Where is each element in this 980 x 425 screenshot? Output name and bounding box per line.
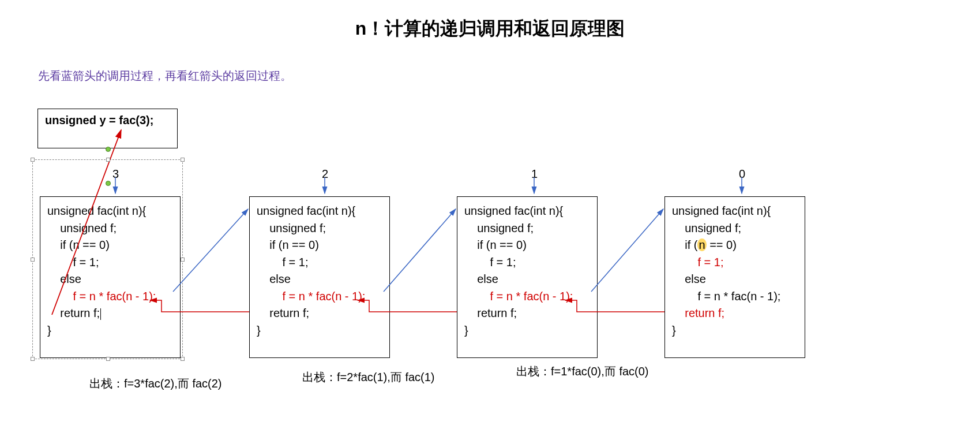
code-line: else (464, 271, 590, 288)
diagram-subtitle: 先看蓝箭头的调用过程，再看红箭头的返回过程。 (38, 68, 292, 84)
code-line: f = n * fac(n - 1); (47, 288, 173, 305)
code-line: unsigned f; (47, 220, 173, 237)
code-line: f = n * fac(n - 1); (257, 288, 382, 305)
n-value-0: 0 (739, 167, 745, 181)
code-line: } (464, 322, 590, 340)
code-line: return f; (47, 305, 173, 322)
code-line: unsigned fac(int n){ (464, 203, 590, 220)
resize-handle-icon[interactable] (181, 258, 185, 262)
highlighted-n: n (697, 238, 706, 251)
code-box-fac-3: unsigned fac(int n){ unsigned f; if (n =… (40, 196, 181, 358)
code-line: f = 1; (257, 254, 382, 271)
resize-handle-icon[interactable] (31, 158, 35, 162)
code-line: f = 1; (672, 254, 798, 271)
resize-handle-icon[interactable] (181, 357, 185, 361)
n-value-1: 1 (531, 167, 538, 181)
code-line: } (257, 322, 382, 340)
stack-pop-text-2: 出栈：f=2*fac(1),而 fac(1) (302, 370, 435, 385)
stack-pop-text-1: 出栈：f=3*fac(2),而 fac(2) (89, 376, 222, 392)
code-line: if (n == 0) (672, 237, 798, 254)
code-line: } (47, 322, 173, 340)
n-value-3: 3 (112, 167, 119, 181)
code-line: if (n == 0) (47, 237, 173, 254)
code-line: f = n * fac(n - 1); (672, 288, 798, 305)
diagram-title: n！计算的递归调用和返回原理图 (0, 16, 980, 42)
code-line: return f; (257, 305, 382, 322)
resize-handle-icon[interactable] (31, 258, 35, 262)
rotation-handle-icon[interactable] (106, 147, 111, 152)
resize-handle-icon[interactable] (106, 158, 110, 162)
code-line: unsigned fac(int n){ (257, 203, 382, 220)
resize-handle-icon[interactable] (31, 357, 35, 361)
code-line: return f; (464, 305, 590, 322)
code-line: else (672, 271, 798, 288)
code-line: unsigned f; (672, 220, 798, 237)
code-line: else (257, 271, 382, 288)
code-line: f = 1; (47, 254, 173, 271)
stack-pop-text-3: 出栈：f=1*fac(0),而 fac(0) (516, 364, 649, 379)
caller-code: unsigned y = fac(3); (38, 109, 177, 132)
caller-box: unsigned y = fac(3); (37, 109, 178, 148)
code-line: } (672, 322, 798, 340)
code-line: unsigned f; (257, 220, 382, 237)
n-value-2: 2 (322, 167, 328, 181)
code-line: unsigned f; (464, 220, 590, 237)
resize-handle-icon[interactable] (181, 158, 185, 162)
code-line: if (n == 0) (464, 237, 590, 254)
text-cursor-icon (100, 308, 101, 320)
code-line: if (n == 0) (257, 237, 382, 254)
code-line: return f; (672, 305, 798, 322)
code-line: unsigned fac(int n){ (47, 203, 173, 220)
code-line: f = n * fac(n - 1); (464, 288, 590, 305)
call-arrow-icon (173, 209, 248, 292)
code-line: else (47, 271, 173, 288)
code-box-fac-2: unsigned fac(int n){ unsigned f; if (n =… (249, 196, 390, 358)
call-arrow-icon (591, 209, 663, 292)
code-box-fac-1: unsigned fac(int n){ unsigned f; if (n =… (457, 196, 598, 358)
code-line: unsigned fac(int n){ (672, 203, 798, 220)
call-arrow-icon (384, 209, 456, 292)
code-box-fac-0: unsigned fac(int n){ unsigned f; if (n =… (664, 196, 805, 358)
rotation-handle-icon[interactable] (106, 181, 111, 186)
code-line: f = 1; (464, 254, 590, 271)
